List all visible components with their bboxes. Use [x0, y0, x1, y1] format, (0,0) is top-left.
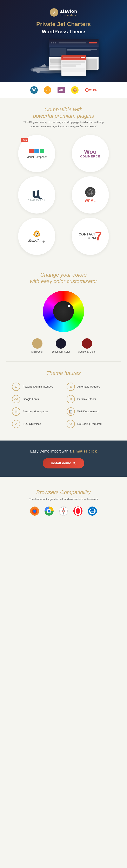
mc-icon-bar: 🐵: [71, 86, 79, 94]
color-wheel: [43, 291, 84, 332]
woo-logo-bar: Woo: [57, 87, 65, 93]
feature-parallax: ⧉ Parallax Effects: [67, 395, 115, 403]
install-demo-button[interactable]: install demo ↖: [43, 458, 85, 468]
feature-fonts: Aa Google Fonts: [12, 395, 60, 403]
vc-logo-bar: VC: [44, 86, 51, 94]
plugin-wpml: WPML: [72, 176, 109, 214]
safari-svg: [58, 506, 69, 516]
plugin-cf7: CONTACTFORM 7: [72, 218, 109, 255]
browsers-title-highlight: Compatibility: [60, 489, 91, 495]
feature-documented: 📋 Well Documented: [67, 407, 115, 416]
firefox-icon: [30, 506, 40, 516]
feature-homepages-icon: ⊞: [12, 407, 20, 416]
feature-documented-text: Well Documented: [77, 410, 98, 413]
compatible-title: Compatible with powerful premium plugins: [6, 106, 121, 119]
svg-point-31: [63, 510, 64, 512]
main-color-label: Main Color: [31, 350, 43, 353]
browsers-desc: The theme looks great on all modern vers…: [6, 498, 121, 501]
globe-svg: [87, 189, 93, 195]
vc-name: Visual Composer: [27, 155, 47, 158]
feature-fonts-icon: Aa: [12, 395, 20, 403]
mailchimp-icon: [32, 230, 42, 238]
feature-updates-text: Automatic Updates: [77, 385, 100, 389]
feature-updates: ↻ Automatic Updates: [67, 382, 115, 391]
svg-point-24: [48, 509, 50, 513]
wordpress-logo: W: [30, 86, 38, 94]
feature-seo-text: SEO Optimized: [23, 422, 41, 426]
vc-icon-bar: VC: [44, 86, 51, 94]
feature-homepages-text: Amazing Homepages: [23, 410, 48, 413]
color-wheel-inner: [53, 301, 74, 322]
main-color-swatch: [32, 338, 42, 349]
additional-color-swatch: [82, 338, 92, 349]
ie-icon: [87, 506, 97, 516]
opera-icon: [73, 506, 83, 516]
logo-sub: jet transfers: [60, 14, 76, 17]
install-demo-label: install demo: [51, 461, 71, 465]
vc-cube-green: [40, 149, 44, 153]
plugins-grid: $45 Visual Composer Woo COMMERCE FRAMEWO…: [12, 135, 115, 255]
plugins-bar: W VC Woo 🐵 ⊙ WPML: [0, 82, 127, 98]
features-section: Theme futures ⚙ Powerfull Admin Interfac…: [0, 362, 127, 436]
logo-name: alavion: [60, 9, 77, 14]
hero-logo: ✈ alavion jet transfers: [4, 8, 123, 17]
color-wheel-knob: [68, 305, 70, 307]
mailchimp-content: MailChimp: [28, 230, 45, 243]
cf7-content: CONTACTFORM 7: [79, 230, 102, 243]
compatible-section: Compatible with powerful premium plugins…: [0, 98, 127, 264]
compatible-desc: This Plugins is easy to use drag and dro…: [22, 120, 105, 129]
vc-price-badge: $45: [21, 138, 28, 142]
additional-color-item: Additional Color: [78, 338, 96, 353]
chrome-icon: [44, 506, 54, 516]
browsers-section: Browsers Compatibility The theme looks g…: [0, 481, 127, 525]
feature-parallax-text: Parallax Effects: [77, 398, 96, 401]
compatible-title-highlight: powerful premium plugins: [33, 113, 94, 119]
hero-section: ✈ alavion jet transfers Private Jet Char…: [0, 0, 127, 82]
unyson-icon: [31, 189, 43, 199]
mockup-tablet: [61, 55, 86, 76]
cf7-text: CONTACTFORM: [79, 232, 96, 240]
svg-point-16: [36, 233, 36, 234]
svg-point-20: [33, 509, 36, 513]
features-title-highlight: futures: [64, 370, 81, 376]
feature-documented-icon: 📋: [67, 407, 75, 416]
mailchimp-label: MailChimp: [28, 238, 45, 243]
secondary-color-item: Secondary Color: [51, 338, 70, 353]
hero-title-plain: Private: [36, 21, 57, 27]
feature-updates-icon: ↻: [67, 382, 75, 391]
woo-text: Woo: [84, 149, 96, 155]
plugin-woo: Woo COMMERCE: [72, 135, 109, 172]
ie-svg: [87, 506, 97, 516]
colors-title: Change your colors with easy color custo…: [6, 272, 121, 284]
feature-admin-icon: ⚙: [12, 382, 20, 391]
opera-svg: [73, 506, 83, 516]
additional-color-label: Additional Color: [78, 350, 96, 353]
feature-nocoding-text: No Coding Required: [77, 422, 102, 426]
logo-text: alavion jet transfers: [60, 9, 77, 17]
plugin-vc: $45 Visual Composer: [18, 135, 55, 172]
features-grid: ⚙ Powerfull Admin Interface ↻ Automatic …: [12, 382, 115, 428]
wp-icon: W: [30, 86, 38, 94]
svg-rect-37: [90, 511, 95, 512]
unyson-sub: FRAMEWORK: [28, 199, 46, 201]
colors-section: Change your colors with easy color custo…: [0, 264, 127, 362]
svg-point-17: [37, 233, 38, 234]
feature-admin: ⚙ Powerfull Admin Interface: [12, 382, 60, 391]
hero-subtitle: WordPress Theme: [4, 29, 123, 35]
unyson-content: FRAMEWORK: [28, 189, 46, 201]
colors-swatches: Main Color Secondary Color Additional Co…: [6, 338, 121, 353]
chrome-svg: [44, 506, 54, 516]
color-wheel-container: [6, 291, 121, 332]
firefox-svg: [30, 506, 40, 516]
wpml-icon-bar: ⊙ WPML: [85, 87, 97, 93]
woo-icon-bar: Woo: [57, 87, 65, 93]
features-title: Theme futures: [6, 370, 121, 376]
cursor-icon: ↖: [73, 461, 76, 466]
colors-subtitle: with easy color customizator: [30, 278, 97, 284]
feature-admin-text: Powerfull Admin Interface: [23, 385, 53, 389]
wpml-logo-bar: ⊙ WPML: [85, 87, 97, 93]
secondary-color-label: Secondary Color: [51, 350, 70, 353]
feature-nocoding-icon: </>: [67, 420, 75, 428]
woo-sub: COMMERCE: [80, 155, 100, 158]
wpml-globe-icon: [85, 187, 95, 197]
